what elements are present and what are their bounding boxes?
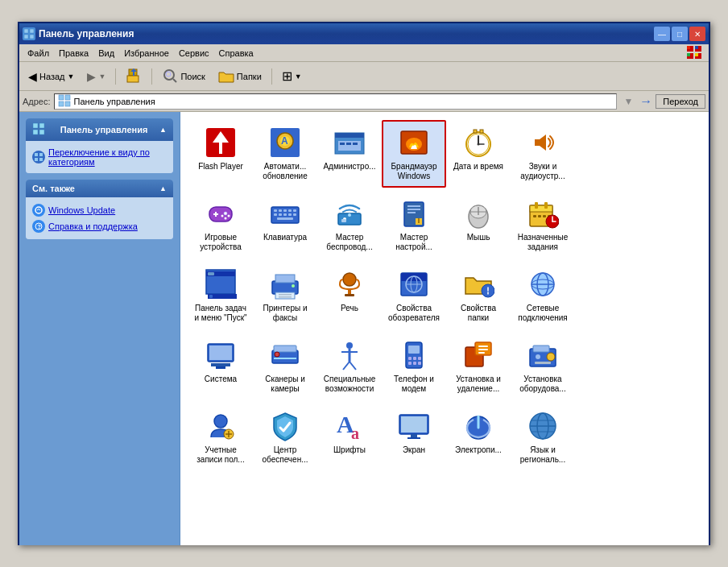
icon-item-flash-player[interactable]: Flash Player [188, 120, 253, 188]
icon-item-security-center[interactable]: Центр обеспечен... [253, 404, 317, 471]
datetime-icon [462, 126, 494, 159]
icon-item-firewall[interactable]: Брандмауэр Windows [382, 120, 446, 188]
icon-item-accessibility[interactable]: Специальные возможности [317, 333, 382, 400]
svg-point-53 [478, 143, 480, 146]
menubar: Файл Правка Вид Избранное Сервис Справка [19, 44, 709, 62]
view-button[interactable]: ⊞ ▼ [276, 65, 308, 88]
security-center-label: Центр обеспечен... [258, 445, 312, 465]
search-button[interactable]: Поиск [156, 65, 210, 88]
wireless-label: Мастер беспровод... [322, 233, 377, 252]
svg-rect-24 [39, 123, 44, 128]
icon-item-hardware[interactable]: Установка оборудова... [511, 333, 575, 400]
icon-item-scanners[interactable]: Сканеры и камеры [253, 333, 317, 400]
minimize-button[interactable]: — [654, 27, 670, 41]
maximize-button[interactable]: □ [672, 27, 688, 41]
icon-item-power[interactable]: Электропи... [446, 404, 511, 471]
icon-item-admin[interactable]: Администро... [317, 120, 382, 188]
svg-point-86 [418, 218, 420, 220]
icon-item-setup-wizard[interactable]: Мастер настрой... [382, 191, 446, 259]
menu-view[interactable]: Вид [93, 47, 119, 60]
menu-help[interactable]: Справка [214, 47, 259, 60]
icon-item-language[interactable]: Язык и региональ... [511, 404, 575, 471]
icon-item-keyboard[interactable]: Клавиатура [253, 191, 317, 259]
folders-button[interactable]: Папки [213, 65, 267, 88]
icon-item-datetime[interactable]: Дата и время [446, 120, 511, 188]
go-button[interactable]: Переход [656, 94, 705, 109]
sidebar-section-panel-header[interactable]: Панель управления ▲ [26, 118, 173, 141]
forward-button[interactable]: ▶ ▼ [81, 65, 111, 88]
svg-point-79 [348, 213, 351, 217]
svg-rect-8 [687, 46, 690, 49]
icon-item-add-remove[interactable]: Установка и удаление... [446, 333, 511, 400]
svg-rect-151 [478, 346, 488, 347]
icon-item-browser-props[interactable]: Свойства обозревателя [382, 262, 446, 329]
svg-rect-148 [418, 362, 421, 365]
svg-rect-74 [293, 213, 296, 216]
svg-rect-133 [274, 346, 296, 352]
svg-text:?: ? [38, 224, 41, 230]
svg-rect-0 [24, 29, 28, 33]
icon-item-mouse[interactable]: Мышь [446, 191, 511, 259]
auto-update-label: Автомати... обновление [258, 162, 312, 181]
svg-rect-92 [530, 205, 552, 212]
svg-rect-131 [216, 366, 225, 369]
taskbar-icon [205, 268, 237, 300]
sidebar-link-support-label: Справка и поддержка [48, 221, 138, 231]
window-controls: — □ ✕ [654, 27, 705, 41]
address-field[interactable]: Панель управления [54, 93, 618, 110]
svg-rect-111 [279, 296, 292, 298]
svg-rect-59 [213, 213, 218, 215]
phone-modem-icon [398, 339, 430, 371]
close-button[interactable]: ✕ [689, 27, 705, 41]
speech-label: Речь [341, 304, 358, 313]
menu-edit[interactable]: Правка [54, 47, 93, 60]
browser-props-icon [398, 268, 430, 300]
icon-item-scheduled[interactable]: Назначенные задания [511, 191, 575, 259]
menu-file[interactable]: Файл [23, 47, 54, 60]
back-label: Назад [39, 72, 65, 81]
sidebar-section-also-header[interactable]: См. также ▲ [26, 180, 173, 197]
svg-rect-11 [695, 53, 698, 56]
windows-update-icon [32, 204, 45, 217]
svg-rect-43 [340, 143, 345, 145]
icon-item-display[interactable]: Экран [382, 404, 446, 471]
icon-item-games[interactable]: Игровые устройства [188, 191, 253, 259]
forward-dropdown-icon: ▼ [98, 72, 105, 81]
icon-item-speech[interactable]: Речь [317, 262, 382, 329]
svg-rect-57 [209, 207, 232, 221]
sound-label: Звуки и аудиоустр... [515, 162, 570, 181]
svg-point-31 [35, 207, 42, 213]
icon-item-network[interactable]: Сетевые подключения [511, 262, 575, 329]
svg-rect-142 [408, 346, 420, 354]
icon-item-user-accounts[interactable]: Учетные записи пол... [188, 404, 253, 471]
mouse-icon [462, 197, 494, 230]
svg-rect-21 [59, 101, 64, 106]
icon-item-sound[interactable]: Звуки и аудиоустр... [511, 120, 575, 188]
svg-rect-26 [39, 130, 44, 135]
icon-item-wireless[interactable]: Мастер беспровод... [317, 191, 382, 259]
up-button[interactable] [120, 65, 147, 88]
icon-item-folder-props[interactable]: Свойства папки [446, 262, 511, 329]
address-dropdown-icon[interactable]: ▼ [623, 96, 633, 107]
icon-item-taskbar[interactable]: Панель задач и меню "Пуск" [188, 262, 253, 329]
toolbar-separator-2 [151, 68, 152, 85]
sidebar-link-windows-update[interactable]: Windows Update [32, 202, 167, 218]
add-remove-label: Установка и удаление... [451, 375, 506, 394]
icon-item-phone-modem[interactable]: Телефон и модем [382, 333, 446, 400]
sidebar-link-support[interactable]: ? Справка и поддержка [32, 218, 167, 234]
icon-item-fonts[interactable]: AaШрифты [317, 404, 382, 471]
svg-rect-15 [133, 72, 134, 76]
sidebar-link-categories[interactable]: Переключение к виду по категориям [32, 146, 167, 168]
icon-item-printers[interactable]: Принтеры и факсы [253, 262, 317, 329]
games-label: Игровые устройства [193, 233, 248, 252]
network-label: Сетевые подключения [515, 304, 570, 323]
svg-rect-1 [30, 29, 34, 33]
icon-item-auto-update[interactable]: AАвтомати... обновление [253, 120, 317, 188]
svg-rect-153 [478, 352, 485, 354]
menu-service[interactable]: Сервис [174, 47, 214, 60]
main-panel: Flash PlayerAАвтомати... обновлениеАдмин… [180, 112, 709, 545]
svg-point-156 [547, 353, 555, 361]
menu-favorites[interactable]: Избранное [119, 47, 174, 60]
back-button[interactable]: ◀ Назад ▼ [23, 65, 80, 88]
icon-item-system[interactable]: Система [188, 333, 253, 400]
